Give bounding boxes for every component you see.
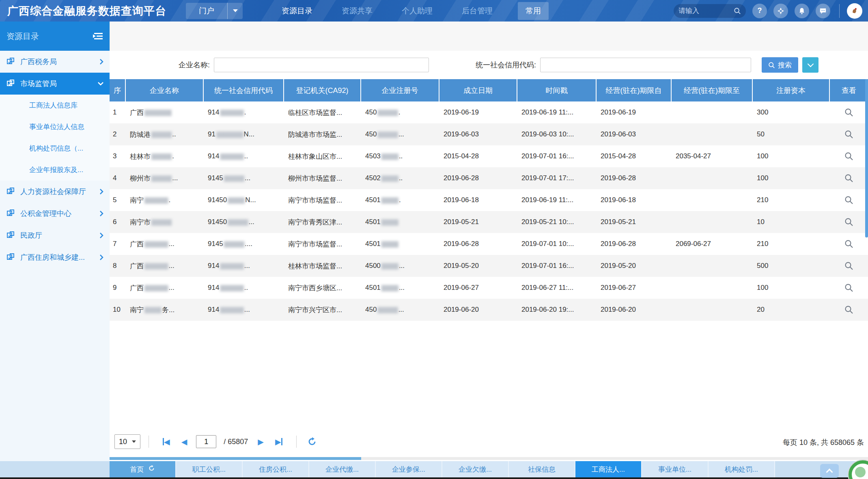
- cell-company-name: 南宁市██████: [126, 211, 204, 233]
- view-detail-button[interactable]: [830, 101, 868, 123]
- page-size-select[interactable]: 10: [114, 434, 140, 449]
- view-detail-button[interactable]: [830, 299, 868, 321]
- sidebar-subitem[interactable]: 机构处罚信息（...: [0, 138, 110, 159]
- redacted-text: ██████: [151, 219, 171, 225]
- portal-dropdown[interactable]: [227, 3, 243, 19]
- cell-timestamp: 2019-07-01 10:...: [517, 233, 597, 255]
- nav-cross-button[interactable]: [773, 4, 788, 18]
- cell-reg-number: 4501█████: [361, 233, 439, 255]
- cell-registered-capital: 50: [753, 123, 830, 145]
- col-establish-date[interactable]: 成立日期: [439, 79, 517, 101]
- view-detail-button[interactable]: [830, 167, 868, 189]
- view-detail-button[interactable]: [830, 211, 868, 233]
- help-button[interactable]: ?: [752, 4, 767, 18]
- refresh-icon[interactable]: [144, 465, 155, 474]
- taskbar-tab[interactable]: 企业参保...: [376, 461, 442, 477]
- cell-registrar: 南宁市兴宁区市...: [284, 299, 361, 321]
- col-registered-capital[interactable]: 注册资本: [753, 79, 830, 101]
- col-seq[interactable]: 序: [110, 79, 126, 101]
- credit-code-input[interactable]: [540, 58, 751, 72]
- search-button-label: 搜索: [778, 60, 792, 70]
- sidebar-item[interactable]: 公积金管理中心: [0, 203, 110, 224]
- cell-credit-code: 9145██████...: [204, 167, 284, 189]
- last-page-button[interactable]: ▶: [275, 437, 282, 447]
- col-term-to[interactable]: 经营(驻在)期限至: [672, 79, 753, 101]
- view-detail-button[interactable]: [830, 145, 868, 167]
- taskbar-expand-button[interactable]: [820, 464, 839, 478]
- view-detail-button[interactable]: [830, 255, 868, 277]
- redacted-text: ████████: [144, 110, 171, 116]
- taskbar-tab[interactable]: 企业欠缴...: [442, 461, 509, 477]
- sidebar-item[interactable]: 市场监管局: [0, 73, 110, 95]
- taskbar-tab[interactable]: 社保信息: [509, 461, 575, 477]
- sidebar-subitem[interactable]: 企业年报股东及...: [0, 159, 110, 181]
- next-page-button[interactable]: ▶: [258, 437, 264, 447]
- redacted-text: ███████: [144, 241, 168, 247]
- cell-reg-number: 450██████...: [361, 123, 439, 145]
- redacted-text: ███████: [144, 285, 168, 291]
- notifications-button[interactable]: [795, 4, 809, 18]
- nav-resource-share[interactable]: 资源共享: [342, 6, 373, 16]
- cell-seq: 7: [110, 233, 126, 255]
- col-company-name[interactable]: 企业名称: [126, 79, 204, 101]
- refresh-icon[interactable]: [307, 437, 317, 447]
- view-detail-button[interactable]: [830, 233, 868, 255]
- company-name-input[interactable]: [214, 58, 429, 72]
- avatar-image: [850, 6, 859, 15]
- collapse-menu-icon[interactable]: [93, 32, 103, 40]
- col-reg-number[interactable]: 企业注册号: [361, 79, 439, 101]
- vertical-scrollbar-thumb[interactable]: [865, 79, 868, 237]
- view-detail-button[interactable]: [830, 123, 868, 145]
- view-detail-button[interactable]: [830, 189, 868, 211]
- advanced-search-toggle[interactable]: [802, 57, 818, 73]
- taskbar-tab[interactable]: 职工公积...: [176, 461, 243, 477]
- cell-reg-number: 4501█████.: [361, 189, 439, 211]
- cell-establish-date: 2015-04-28: [439, 145, 517, 167]
- search-button[interactable]: 搜索: [762, 57, 798, 73]
- user-avatar[interactable]: [847, 3, 862, 19]
- taskbar-tab[interactable]: 企业代缴...: [309, 461, 376, 477]
- col-term-from[interactable]: 经营(驻在)期限自: [597, 79, 672, 101]
- taskbar-tab[interactable]: 事业单位...: [642, 461, 709, 477]
- sidebar-item[interactable]: 民政厅: [0, 224, 110, 246]
- nav-backend-admin[interactable]: 后台管理: [462, 6, 493, 16]
- cell-timestamp: 2019-05-21 10:...: [517, 211, 597, 233]
- sidebar-item[interactable]: 广西税务局: [0, 51, 110, 73]
- global-search-input[interactable]: 请输入: [674, 4, 746, 18]
- sidebar-subitem[interactable]: 工商法人信息库: [0, 95, 110, 116]
- cell-term-from: 2019-06-03: [597, 123, 672, 145]
- sidebar-item[interactable]: 广西住房和城乡建...: [0, 246, 110, 268]
- cell-seq: 3: [110, 145, 126, 167]
- taskbar-tab[interactable]: 首页: [110, 461, 176, 477]
- main-content: 企业名称: 统一社会信用代码: 搜索 序 企业名称 统一社会信用代码 登记机关(…: [110, 22, 868, 461]
- messages-button[interactable]: [816, 4, 830, 18]
- cell-company-name: 广西███████...: [126, 233, 204, 255]
- chevron-right-icon: [99, 58, 104, 65]
- col-credit-code[interactable]: 统一社会信用代码: [204, 79, 284, 101]
- scrollbar-thumb[interactable]: [110, 457, 361, 460]
- col-view[interactable]: 查看: [830, 79, 868, 101]
- sidebar-subitem[interactable]: 事业单位法人信息: [0, 116, 110, 138]
- nav-personal-assistant[interactable]: 个人助理: [402, 6, 433, 16]
- col-timestamp[interactable]: 时间戳: [517, 79, 597, 101]
- redacted-text: ██████: [377, 110, 397, 116]
- view-detail-button[interactable]: [830, 277, 868, 299]
- table-row: 7广西███████...9145██████....南宁市市场监督...450…: [110, 233, 868, 255]
- chevron-up-icon: [826, 468, 833, 475]
- cell-credit-code: 914███████...: [204, 255, 284, 277]
- page-number-input[interactable]: [196, 435, 216, 448]
- redacted-text: ███████: [220, 153, 243, 160]
- col-registrar[interactable]: 登记机关(CA92): [284, 79, 361, 101]
- nav-common[interactable]: 常用: [518, 2, 549, 20]
- sidebar-item[interactable]: 人力资源社会保障厅: [0, 181, 110, 203]
- taskbar-tab[interactable]: 机构处罚...: [709, 461, 775, 477]
- taskbar-tab[interactable]: 住房公积...: [243, 461, 309, 477]
- taskbar-tab[interactable]: 工商法人...: [575, 461, 642, 477]
- redacted-text: ████████: [216, 132, 243, 138]
- nav-resource-catalog[interactable]: 资源目录: [282, 6, 312, 16]
- prev-page-button[interactable]: ◀: [181, 437, 187, 447]
- cell-reg-number: 450██████...: [361, 299, 439, 321]
- horizontal-scrollbar[interactable]: [110, 457, 868, 460]
- portal-button[interactable]: 门户: [186, 3, 243, 19]
- first-page-button[interactable]: ◀: [163, 437, 170, 447]
